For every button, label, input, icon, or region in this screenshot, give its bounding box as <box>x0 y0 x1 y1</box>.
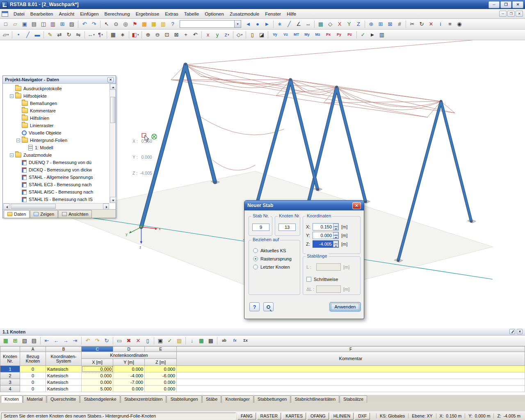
control-panel-icon[interactable]: ▥ <box>377 30 386 39</box>
row-number-cell[interactable]: 3 <box>0 379 20 386</box>
jump-previous-icon[interactable]: ← <box>52 336 61 345</box>
menu-bearbeiten[interactable]: Bearbeiten <box>27 10 56 18</box>
tree-item-linienraster[interactable]: Linienraster <box>3 122 109 129</box>
insert-row-icon[interactable]: ▭ <box>115 336 124 345</box>
insert-node-icon[interactable]: ∗ <box>275 20 284 29</box>
scroll-left-icon[interactable] <box>3 203 9 210</box>
tree-item-zusatzmodule[interactable]: −Zusatzmodule <box>3 151 109 159</box>
magnifier-icon[interactable]: ◎ <box>121 20 130 29</box>
tree-item-duenq-7-bemessung-von-due[interactable]: DUENQ 7 - Bemessung von dü <box>3 159 109 166</box>
maximize-button[interactable] <box>500 1 511 8</box>
status-toggle-ofang[interactable]: OFANG <box>307 413 329 420</box>
projection-icon[interactable]: ◇▾ <box>235 30 244 39</box>
edit-icon[interactable]: ✎ <box>46 30 55 39</box>
status-toggle-dxf[interactable]: DXF <box>355 413 370 420</box>
mini-table-icon[interactable]: ▥ <box>159 20 168 29</box>
partial-view-icon[interactable]: ◧▾ <box>131 30 140 39</box>
calculator-icon[interactable]: ▩ <box>206 336 215 345</box>
help-icon[interactable]: ? <box>168 20 177 29</box>
minimize-button[interactable] <box>488 1 500 8</box>
render-mode-icon[interactable]: ▩ <box>316 20 325 29</box>
table-tab-querschnitte[interactable]: Querschnitte <box>47 395 80 403</box>
menu-extras[interactable]: Extras <box>162 10 181 18</box>
rotate-icon[interactable]: ↻ <box>64 30 73 39</box>
tree-item-ausdruckprotokolle[interactable]: Ausdruckprotokolle <box>3 85 109 92</box>
import-table-icon[interactable]: ↓ <box>187 336 196 345</box>
tree-item-bemassungen[interactable]: Bemaßungen <box>3 100 109 107</box>
view-y-icon[interactable]: Y <box>345 20 354 29</box>
jump-last-icon[interactable]: ⇥ <box>71 336 80 345</box>
zoom-in-icon[interactable]: ⊕ <box>144 30 153 39</box>
zoom-all-icon[interactable]: ⊠ <box>172 30 181 39</box>
cut-section-icon[interactable]: ✂ <box>408 20 417 29</box>
menu-fenster[interactable]: Fenster <box>262 10 284 18</box>
generators-icon[interactable]: ⊠ <box>386 20 395 29</box>
table-tab-knoten[interactable]: Knoten <box>1 395 23 403</box>
y-input[interactable]: 0.000 <box>313 232 339 239</box>
model-viewport[interactable]: x y z X : 0.150 Y : 0.000 Z : -4.005 Pro… <box>0 40 525 328</box>
x-cell[interactable]: 0.000 <box>82 372 113 379</box>
print-preview-icon[interactable]: ◫ <box>39 20 48 29</box>
new-member-mode-icon[interactable]: ▱▾ <box>1 30 10 39</box>
find-replace-icon[interactable]: ab <box>219 336 229 345</box>
comment-cell[interactable] <box>177 366 525 372</box>
result-vz-icon[interactable]: Vz <box>281 30 291 39</box>
jump-first-icon[interactable]: ⇤ <box>42 336 51 345</box>
new-member-icon[interactable]: ▬ <box>33 30 42 39</box>
undo-icon[interactable]: ↶ <box>80 20 89 29</box>
animate-icon[interactable]: ► <box>368 30 377 39</box>
status-toggle-hlinien[interactable]: HLINIEN <box>330 413 354 420</box>
table-panel-close-icon[interactable] <box>517 329 523 334</box>
table-tab-stabteilungen[interactable]: Stabteilungen <box>167 395 201 403</box>
function-editor-icon[interactable]: fx <box>230 336 240 345</box>
status-toggle-fang[interactable]: FANG <box>237 413 256 420</box>
insert-member-icon[interactable]: ╱ <box>285 20 294 29</box>
bezug-cell[interactable]: 0 <box>20 366 46 372</box>
system-cell[interactable]: Kartesisch <box>46 366 82 372</box>
radio-letzter-knoten[interactable] <box>253 265 258 269</box>
table-tab-stabexzentrizitaeten[interactable]: Stabexzentrizitäten <box>121 395 167 403</box>
mirror-icon[interactable]: ⇋ <box>74 30 83 39</box>
history-current-icon[interactable]: ● <box>253 20 262 29</box>
col-letter-f[interactable]: F <box>177 347 525 352</box>
flag-marker-icon[interactable]: ⚑ <box>130 20 139 29</box>
tree-item-stahl-ec3-bemessung-nach[interactable]: STAHL EC3 - Bemessung nach <box>3 181 109 188</box>
tree-expander-icon[interactable]: − <box>16 139 20 142</box>
numbering-icon[interactable]: # <box>395 20 404 29</box>
bezug-cell[interactable]: 0 <box>20 379 46 386</box>
z-cell[interactable]: 0.000 <box>145 386 177 392</box>
view-x-icon[interactable]: X <box>335 20 344 29</box>
radio-rasterursprung[interactable] <box>253 256 258 261</box>
export-excel-icon[interactable]: ▦ <box>197 336 206 345</box>
system-cell[interactable]: Kartesisch <box>46 386 82 392</box>
table-manager-icon[interactable]: ▦ <box>149 20 158 29</box>
z-input[interactable]: -4.005 <box>313 240 339 248</box>
status-toggle-kartes[interactable]: KARTES <box>282 413 306 420</box>
stab-nr-input[interactable]: 9 <box>252 224 269 231</box>
y-cell[interactable]: 0.000 <box>113 366 145 372</box>
x-spinner[interactable] <box>333 224 338 230</box>
view-mode-icon[interactable]: ▣ <box>156 336 165 345</box>
measure-icon[interactable]: ↔ <box>304 20 313 29</box>
tree-item-1-modell[interactable]: 1: Modell <box>3 144 109 151</box>
tree-item-kommentare[interactable]: Kommentare <box>3 107 109 114</box>
comment-cell[interactable] <box>177 372 525 379</box>
pick-node-button[interactable] <box>263 302 274 311</box>
options-icon[interactable]: ◉ <box>455 20 464 29</box>
combo-dropdown-icon[interactable] <box>234 21 241 27</box>
show-results-icon[interactable]: ✓ <box>358 30 368 39</box>
schrittweise-checkbox[interactable] <box>306 277 311 282</box>
dialog-close-button[interactable] <box>352 202 361 209</box>
mdi-child-icon[interactable] <box>2 11 8 17</box>
snap-icon[interactable]: ∗ <box>118 30 127 39</box>
navigator-tab-daten[interactable]: Daten <box>4 210 30 218</box>
isometric-view-icon[interactable]: ◇ <box>326 20 335 29</box>
load-cases-icon[interactable]: ⊞ <box>376 20 385 29</box>
project-navigator-icon[interactable]: ▦ <box>140 20 149 29</box>
y-spinner[interactable] <box>333 232 338 239</box>
corner-cell[interactable] <box>0 347 20 352</box>
tree-item-hilfsobjekte[interactable]: −Hilfsobjekte <box>3 92 109 100</box>
menu-einfuegen[interactable]: Einfügen <box>77 10 101 18</box>
delete-row-icon[interactable]: ✖ <box>124 336 133 345</box>
grid-icon[interactable]: ▦ <box>109 30 118 39</box>
